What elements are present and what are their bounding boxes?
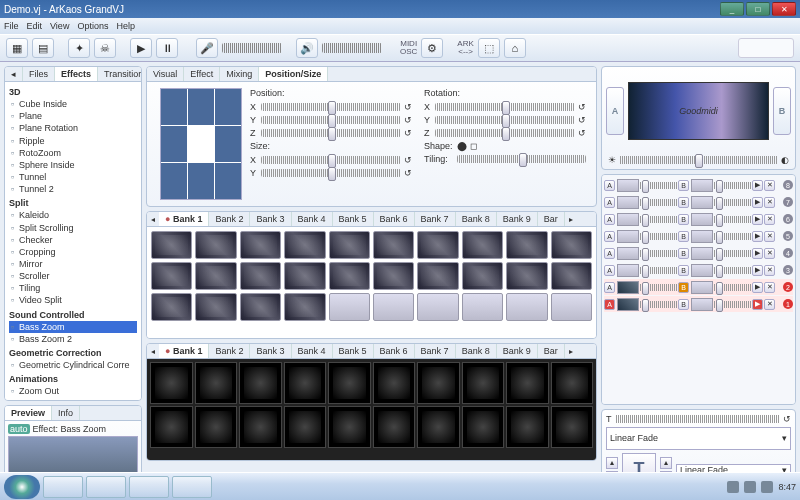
layer-slider-b[interactable] [714,233,751,240]
tree-item[interactable]: Plane [9,110,137,122]
layer-row[interactable]: A B ▶✕ 5 [604,228,793,244]
clip-slot[interactable] [195,231,236,259]
tree-item[interactable]: Cube Inside [9,98,137,110]
output-crossfader[interactable] [620,156,777,164]
layer-row[interactable]: A B ▶✕ 2 [604,279,793,295]
clip-slot[interactable] [417,262,458,290]
clip-slot[interactable] [328,406,371,448]
tree-item[interactable]: Tiling [9,282,137,294]
position-grid[interactable] [160,88,242,200]
clip-slot[interactable] [151,293,192,321]
layer-b-button[interactable]: B [678,248,689,259]
layer-play-button[interactable]: ▶ [752,265,763,276]
transition-dropdown[interactable]: Linear Fade▾ [606,427,791,450]
layer-play-button[interactable]: ▶ [752,299,763,310]
layer-a-button[interactable]: A [604,299,615,310]
tree-item[interactable]: Bass Zoom 2 [9,333,137,345]
rot-y-slider[interactable] [435,116,575,124]
clip-slot[interactable] [240,262,281,290]
clip-slot[interactable] [506,293,547,321]
menu-edit[interactable]: Edit [27,21,43,31]
clip-slot[interactable] [462,293,503,321]
tree-item[interactable]: Video Split [9,294,137,306]
layer-row[interactable]: A B ▶✕ 6 [604,211,793,227]
layer-stop-button[interactable]: ✕ [764,282,775,293]
layer-play-button[interactable]: ▶ [752,231,763,242]
clip-slot[interactable] [551,231,592,259]
tree-item[interactable]: Zoom Out [9,385,137,397]
layer-thumb-a[interactable] [617,213,639,226]
volume-slider[interactable] [322,43,382,53]
layer-thumb-b[interactable] [691,196,713,209]
clip-slot[interactable] [195,293,236,321]
clip-slot[interactable] [506,262,547,290]
bank2-next[interactable]: ▸ [565,345,577,358]
layer-stop-button[interactable]: ✕ [764,180,775,191]
layout-button-2[interactable]: ▤ [32,38,54,58]
bank-tab-9[interactable]: Bank 9 [497,212,538,226]
bank-tab-bar[interactable]: Bar [538,212,565,226]
layer-a-button[interactable]: A [604,265,615,276]
tree-item[interactable]: Kaleido [9,209,137,221]
bank-next[interactable]: ▸ [565,213,577,226]
tab-visual[interactable]: Visual [147,67,184,81]
bank2-prev[interactable]: ◂ [147,345,159,358]
fx-button[interactable]: ✦ [68,38,90,58]
layer-slider-a[interactable] [640,216,677,223]
layer-a-button[interactable]: A [604,248,615,259]
layer-stop-button[interactable]: ✕ [764,197,775,208]
layer-row[interactable]: A B ▶✕ 7 [604,194,793,210]
rot-x-slider[interactable] [435,103,575,111]
pos-x-slider[interactable] [261,103,401,111]
shape-square-icon[interactable]: ◻ [470,141,477,151]
layer-play-button[interactable]: ▶ [752,214,763,225]
clip-slot[interactable] [239,362,282,404]
shape-circle-icon[interactable]: ⬤ [457,141,467,151]
clip-slot[interactable] [373,293,414,321]
clip-slot[interactable] [329,231,370,259]
layer-play-button[interactable]: ▶ [752,180,763,191]
tab-transitions[interactable]: Transitions [98,67,142,81]
tray-icon[interactable] [761,481,773,493]
bank2-tab-bar[interactable]: Bar [538,344,565,358]
layer-thumb-a[interactable] [617,298,639,311]
maximize-button[interactable]: □ [746,2,770,16]
clip-slot[interactable] [151,231,192,259]
midi-config-button[interactable]: ⚙ [421,38,443,58]
clip-slot[interactable] [417,293,458,321]
clip-slot[interactable] [151,262,192,290]
clip-slot[interactable] [462,406,505,448]
layer-b-button[interactable]: B [678,231,689,242]
bank-tab-5[interactable]: Bank 5 [333,212,374,226]
mic-icon[interactable]: 🎤 [196,38,218,58]
layer-play-button[interactable]: ▶ [752,248,763,259]
tree-item[interactable]: Sphere Inside [9,159,137,171]
home-button[interactable]: ⌂ [504,38,526,58]
clip-slot[interactable] [373,406,416,448]
clip-slot[interactable] [150,362,193,404]
layer-slider-b[interactable] [714,250,751,257]
layer-stop-button[interactable]: ✕ [764,265,775,276]
layer-thumb-b[interactable] [691,179,713,192]
layer-slider-a[interactable] [640,233,677,240]
layer-b-button[interactable]: B [678,214,689,225]
tab-info[interactable]: Info [52,406,80,420]
clip-slot[interactable] [373,362,416,404]
layer-a-button[interactable]: A [604,180,615,191]
bank-tab-1[interactable]: ● Bank 1 [159,212,209,226]
layer-a-button[interactable]: A [604,214,615,225]
layer-slider-b[interactable] [714,267,751,274]
layer-stop-button[interactable]: ✕ [764,214,775,225]
layer-slider-b[interactable] [714,216,751,223]
clip-slot[interactable] [195,262,236,290]
clip-slot[interactable] [417,231,458,259]
clip-slot[interactable] [284,406,327,448]
layer-row[interactable]: A B ▶✕ 3 [604,262,793,278]
close-button[interactable]: ✕ [772,2,796,16]
tree-item[interactable]: Geometric Cylindrical Corre [9,359,137,371]
layer-thumb-b[interactable] [691,264,713,277]
bank2-tab-1[interactable]: ● Bank 1 [159,344,209,358]
minimize-button[interactable]: _ [720,2,744,16]
taskbar-app-3[interactable] [129,476,169,498]
layout-button-1[interactable]: ▦ [6,38,28,58]
